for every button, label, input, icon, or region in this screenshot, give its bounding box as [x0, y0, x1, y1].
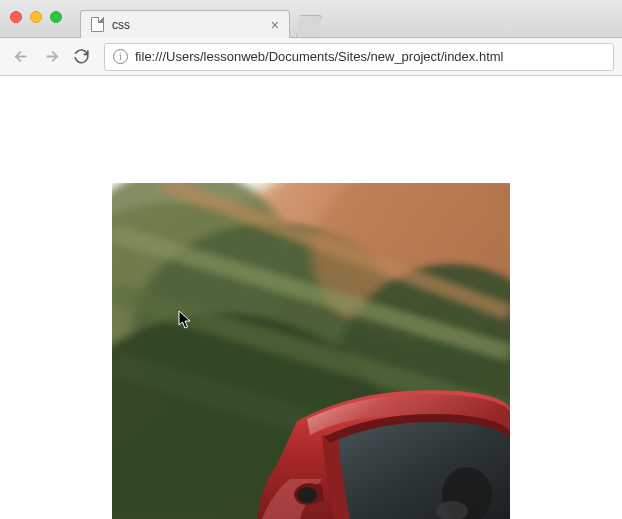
toolbar: i file:///Users/lessonweb/Documents/Site…: [0, 38, 622, 76]
forward-button[interactable]: [38, 44, 64, 70]
page-content: [0, 76, 622, 519]
close-window-button[interactable]: [10, 11, 22, 23]
close-tab-button[interactable]: ×: [269, 17, 281, 33]
content-image: [112, 183, 510, 519]
browser-tab[interactable]: css ×: [80, 10, 290, 38]
file-icon: [89, 17, 105, 33]
minimize-window-button[interactable]: [30, 11, 42, 23]
browser-window: css × i file:///Users/lessonweb/Document…: [0, 0, 622, 519]
maximize-window-button[interactable]: [50, 11, 62, 23]
tab-strip: css ×: [80, 0, 322, 37]
address-bar[interactable]: i file:///Users/lessonweb/Documents/Site…: [104, 43, 614, 71]
title-bar: css ×: [0, 0, 622, 38]
svg-point-9: [297, 487, 317, 503]
url-text: file:///Users/lessonweb/Documents/Sites/…: [135, 49, 504, 64]
reload-button[interactable]: [68, 44, 94, 70]
info-icon[interactable]: i: [113, 49, 128, 64]
tab-title: css: [112, 18, 269, 32]
back-button[interactable]: [8, 44, 34, 70]
new-tab-button[interactable]: [296, 15, 322, 37]
window-controls: [10, 11, 62, 23]
